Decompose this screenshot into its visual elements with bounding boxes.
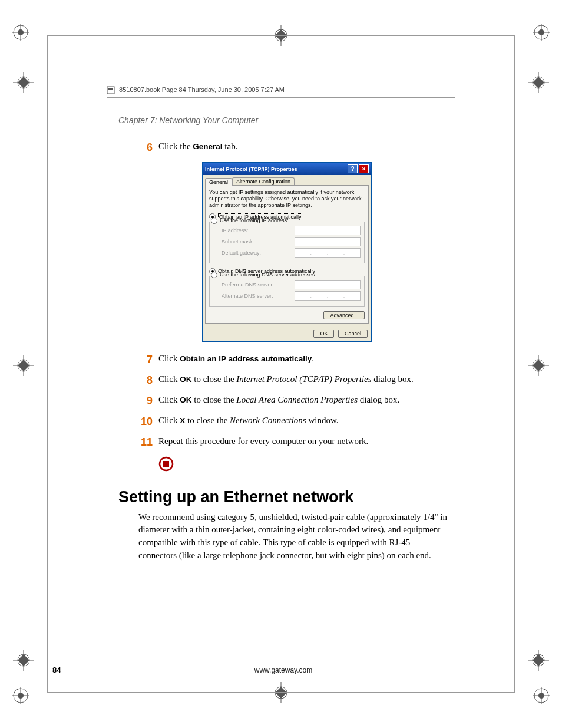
advanced-button[interactable]: Advanced... xyxy=(323,311,365,319)
text: dialog box. xyxy=(372,374,414,384)
text: . xyxy=(312,354,314,363)
section-paragraph: We recommend using category 5, unshielde… xyxy=(138,511,449,562)
footer-url: www.gateway.com xyxy=(135,666,432,674)
field-preferred-dns: Preferred DNS server: ... xyxy=(213,280,361,289)
step-10: 10 Click X to close the Network Connecti… xyxy=(118,414,455,429)
section-heading: Setting up an Ethernet network xyxy=(118,488,455,506)
svg-point-0 xyxy=(14,25,28,39)
text: Click the xyxy=(158,141,193,151)
ip-input[interactable]: ... xyxy=(295,237,361,246)
step-body: Click OK to close the Local Area Connect… xyxy=(158,394,455,406)
italic-term: Network Connections xyxy=(230,416,306,425)
ip-input[interactable]: ... xyxy=(295,248,361,258)
step-8: 8 Click OK to close the Internet Protoco… xyxy=(118,373,455,388)
radio-use-following-ip[interactable]: Use the following IP address: xyxy=(210,218,289,224)
step-number: 7 xyxy=(118,353,158,367)
page-content: Chapter 7: Networking Your Computer 6 Cl… xyxy=(118,116,455,562)
text: Click xyxy=(158,374,180,384)
dialog-footer: OK Cancel xyxy=(203,326,371,341)
dialog-titlebar: Internet Protocol (TCP/IP) Properties ? … xyxy=(203,163,371,175)
radio-icon xyxy=(211,218,217,224)
text: Click xyxy=(158,416,180,425)
ip-input[interactable]: ... xyxy=(295,291,361,301)
text: Click xyxy=(158,395,180,404)
help-icon[interactable]: ? xyxy=(348,164,358,173)
chapter-title: Chapter 7: Networking Your Computer xyxy=(118,116,455,125)
dns-fieldset: Use the following DNS server addresses: … xyxy=(209,276,365,307)
radio-use-following-dns[interactable]: Use the following DNS server addresses: xyxy=(210,272,318,278)
frame-header: 8510807.book Page 84 Thursday, June 30, … xyxy=(107,86,455,94)
text: dialog box. xyxy=(358,395,399,404)
tcpip-properties-dialog: Internet Protocol (TCP/IP) Properties ? … xyxy=(202,162,372,341)
text: Click xyxy=(158,354,180,363)
step-body: Click X to close the Network Connections… xyxy=(158,414,455,427)
field-subnet-mask: Subnet mask: ... xyxy=(213,237,361,246)
field-label: Default gateway: xyxy=(213,250,261,256)
text: to close the xyxy=(192,374,237,384)
svg-point-12 xyxy=(534,689,548,703)
ui-term: Obtain an IP address automatically xyxy=(180,354,312,363)
step-body: Click Obtain an IP address automatically… xyxy=(158,353,455,365)
dialog-pane: You can get IP settings assigned automat… xyxy=(205,185,369,323)
step-number: 6 xyxy=(118,140,158,155)
field-label: Preferred DNS server: xyxy=(213,282,274,288)
text: to close the xyxy=(192,395,237,404)
end-of-procedure-icon xyxy=(158,456,455,474)
dialog-description: You can get IP settings assigned automat… xyxy=(209,189,365,208)
ip-fieldset: Use the following IP address: IP address… xyxy=(209,222,365,263)
frame-header-text: 8510807.book Page 84 Thursday, June 30, … xyxy=(119,86,285,93)
crop-mark-icon xyxy=(527,681,550,704)
step-body: Click the General tab. xyxy=(158,140,455,153)
step-body: Click OK to close the Internet Protocol … xyxy=(158,373,455,386)
step-body: Repeat this procedure for every computer… xyxy=(158,435,455,447)
registration-mark-icon xyxy=(12,71,35,94)
svg-rect-19 xyxy=(107,87,114,94)
step-number: 8 xyxy=(118,373,158,388)
svg-point-1 xyxy=(18,29,24,35)
field-label: IP address: xyxy=(213,228,248,233)
field-alternate-dns: Alternate DNS server: ... xyxy=(213,291,361,301)
crop-mark-icon xyxy=(12,681,35,704)
ip-input[interactable]: ... xyxy=(295,226,361,235)
step-11: 11 Repeat this procedure for every compu… xyxy=(118,435,455,450)
svg-point-13 xyxy=(538,693,544,699)
page-frame: 8510807.book Page 84 Thursday, June 30, … xyxy=(47,35,515,693)
close-icon[interactable]: × xyxy=(359,164,369,173)
dialog-tabs: General Alternate Configuration xyxy=(203,175,371,185)
registration-mark-icon xyxy=(12,648,35,672)
cancel-button[interactable]: Cancel xyxy=(338,330,368,338)
text: tab. xyxy=(223,141,238,151)
ui-term: General xyxy=(193,142,222,151)
radio-icon xyxy=(211,272,217,278)
ui-term: OK xyxy=(180,396,191,404)
field-label: Alternate DNS server: xyxy=(213,293,273,299)
crop-mark-icon xyxy=(12,24,35,47)
step-6: 6 Click the General tab. xyxy=(118,140,455,155)
ui-term: X xyxy=(180,416,185,425)
page-footer: 84 www.gateway.com xyxy=(48,666,514,674)
italic-term: Local Area Connection Properties xyxy=(236,395,358,404)
step-number: 10 xyxy=(118,414,158,429)
header-rule xyxy=(107,97,455,98)
dialog-title-text: Internet Protocol (TCP/IP) Properties xyxy=(205,166,297,172)
crop-mark-icon xyxy=(527,24,550,47)
field-default-gateway: Default gateway: ... xyxy=(213,248,361,258)
svg-point-9 xyxy=(18,693,24,699)
svg-rect-22 xyxy=(163,461,169,467)
svg-point-5 xyxy=(538,29,544,35)
registration-mark-icon xyxy=(12,354,35,377)
registration-mark-icon xyxy=(527,648,550,672)
ip-input[interactable]: ... xyxy=(295,280,361,289)
step-7: 7 Click Obtain an IP address automatical… xyxy=(118,353,455,367)
ui-term: OK xyxy=(180,375,191,384)
radio-label: Use the following DNS server addresses: xyxy=(220,272,316,278)
registration-mark-icon xyxy=(527,354,550,377)
tab-alternate-configuration[interactable]: Alternate Configuration xyxy=(232,177,295,185)
step-number: 11 xyxy=(118,435,158,450)
svg-point-8 xyxy=(14,689,28,703)
step-number: 9 xyxy=(118,394,158,409)
step-9: 9 Click OK to close the Local Area Conne… xyxy=(118,394,455,409)
ok-button[interactable]: OK xyxy=(313,330,334,338)
radio-label: Use the following IP address: xyxy=(220,218,288,223)
tab-general[interactable]: General xyxy=(205,178,232,186)
